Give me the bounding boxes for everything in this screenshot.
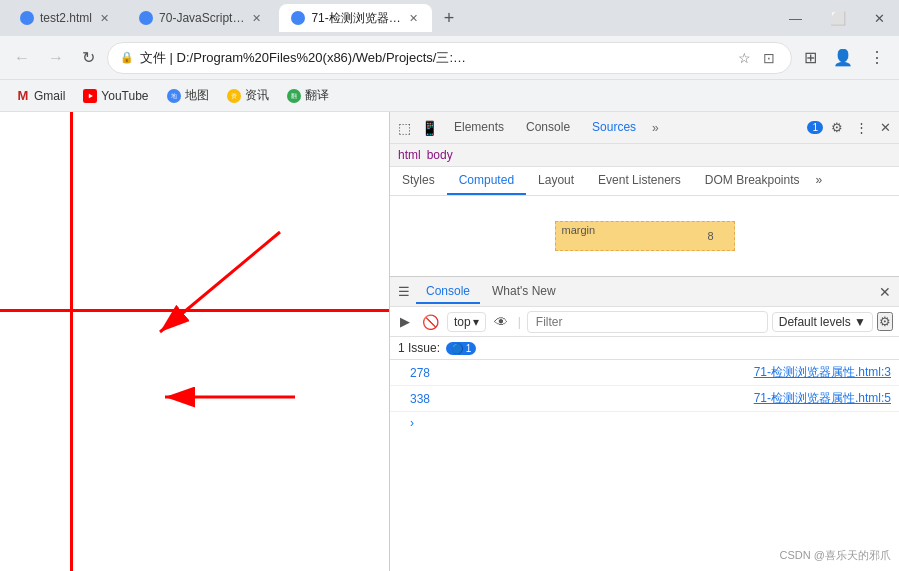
devtools-more-button[interactable]: ⋮ xyxy=(851,116,872,139)
tab-dom-breakpoints[interactable]: DOM Breakpoints xyxy=(693,167,812,195)
tab-close-71[interactable]: ✕ xyxy=(407,10,420,27)
margin-label: margin xyxy=(562,224,596,236)
devtools-inspect-button[interactable]: ⬚ xyxy=(394,118,415,138)
issue-badge: 🔵 1 xyxy=(446,342,476,355)
svg-line-10 xyxy=(160,232,280,332)
red-vertical-line xyxy=(70,112,73,571)
bookmark-gmail[interactable]: M Gmail xyxy=(8,85,73,107)
devtools-right-controls: 1 ⚙ ⋮ ✕ xyxy=(805,116,895,139)
cast-button[interactable]: ⊡ xyxy=(759,48,779,68)
console-execute-button[interactable]: ▶ xyxy=(396,312,414,331)
tab-close-js70[interactable]: ✕ xyxy=(250,10,263,27)
red-arrows-svg xyxy=(0,112,389,571)
bookmarks-bar: M Gmail YouTube 地 地图 资 资讯 翻 翻译 xyxy=(0,80,899,112)
console-row-2: 338 71-检测浏览器属性.html:5 xyxy=(390,386,899,412)
log-levels-selector[interactable]: Default levels ▼ xyxy=(772,312,873,332)
tab-event-listeners[interactable]: Event Listeners xyxy=(586,167,693,195)
tab-elements-label: Elements xyxy=(454,120,504,134)
breadcrumb-body[interactable]: body xyxy=(427,148,453,162)
tab-styles[interactable]: Styles xyxy=(390,167,447,195)
reload-button[interactable]: ↻ xyxy=(76,44,101,71)
toolbar-right: ⊞ 👤 ⋮ xyxy=(798,44,891,71)
tab-71[interactable]: 71-检测浏览器… ✕ xyxy=(279,4,431,32)
devtools-tabs-more[interactable]: » xyxy=(648,115,663,141)
console-sub-panel: ☰ Console What's New ✕ ▶ 🚫 top ▾ 👁 | xyxy=(390,276,899,571)
extensions-button[interactable]: ⊞ xyxy=(798,44,823,71)
console-source-1[interactable]: 71-检测浏览器属性.html:3 xyxy=(754,364,891,381)
watermark: CSDN @喜乐天的邪爪 xyxy=(780,548,891,563)
red-horizontal-line xyxy=(0,309,389,312)
console-expand-row[interactable]: › xyxy=(390,412,899,434)
console-filter-input[interactable] xyxy=(527,311,768,333)
close-button[interactable]: ✕ xyxy=(868,9,891,28)
bookmark-news[interactable]: 资 资讯 xyxy=(219,83,277,108)
bookmark-maps[interactable]: 地 地图 xyxy=(159,83,217,108)
menu-button[interactable]: ⋮ xyxy=(863,44,891,71)
toolbar-separator: | xyxy=(516,315,523,329)
tab-close-test2[interactable]: ✕ xyxy=(98,10,111,27)
eye-button[interactable]: 👁 xyxy=(490,312,512,332)
tab-sources[interactable]: Sources xyxy=(582,114,646,142)
element-breadcrumb: html body xyxy=(390,144,899,167)
tab-layout[interactable]: Layout xyxy=(526,167,586,195)
back-button[interactable]: ← xyxy=(8,45,36,71)
computed-tabs-more[interactable]: » xyxy=(812,167,827,195)
console-close-button[interactable]: ✕ xyxy=(875,280,895,304)
breadcrumb-html[interactable]: html xyxy=(398,148,421,162)
context-selector[interactable]: top ▾ xyxy=(447,312,486,332)
bookmark-translate-label: 翻译 xyxy=(305,87,329,104)
bookmark-star-button[interactable]: ☆ xyxy=(734,48,755,68)
tab-test2[interactable]: test2.html ✕ xyxy=(8,4,123,32)
bookmark-youtube[interactable]: YouTube xyxy=(75,85,156,107)
console-tabs: ☰ Console What's New ✕ xyxy=(390,277,899,307)
bookmark-news-label: 资讯 xyxy=(245,87,269,104)
main-area: ⬚ 📱 Elements Console Sources » 1 ⚙ ⋮ ✕ h… xyxy=(0,112,899,571)
url-bar[interactable]: 🔒 文件 | D:/Program%20Files%20(x86)/Web/Pr… xyxy=(107,42,792,74)
console-tab-label: Console xyxy=(426,284,470,298)
console-tab-whatsnew[interactable]: What's New xyxy=(482,280,566,304)
tab-title-js70: 70-JavaScript… xyxy=(159,11,244,25)
console-row-1: 278 71-检测浏览器属性.html:3 xyxy=(390,360,899,386)
console-sidebar-toggle[interactable]: ☰ xyxy=(394,282,414,301)
tab-elements[interactable]: Elements xyxy=(444,114,514,142)
expand-icon: › xyxy=(410,416,414,430)
issue-bar: 1 Issue: 🔵 1 xyxy=(390,337,899,360)
issue-text: 1 Issue: xyxy=(398,341,440,355)
console-output: 278 71-检测浏览器属性.html:3 338 71-检测浏览器属性.htm… xyxy=(390,360,899,571)
maximize-button[interactable]: ⬜ xyxy=(824,9,852,28)
tab-styles-label: Styles xyxy=(402,173,435,187)
tab-icon-js70 xyxy=(139,11,153,25)
console-toolbar: ▶ 🚫 top ▾ 👁 | Default levels ▼ ⚙ xyxy=(390,307,899,337)
console-source-2[interactable]: 71-检测浏览器属性.html:5 xyxy=(754,390,891,407)
tab-computed[interactable]: Computed xyxy=(447,167,526,195)
devtools-device-button[interactable]: 📱 xyxy=(417,118,442,138)
forward-button[interactable]: → xyxy=(42,45,70,71)
account-button[interactable]: 👤 xyxy=(827,44,859,71)
tab-icon-test2 xyxy=(20,11,34,25)
gmail-icon: M xyxy=(16,89,30,103)
devtools-close-button[interactable]: ✕ xyxy=(876,116,895,139)
title-bar: test2.html ✕ 70-JavaScript… ✕ 71-检测浏览器… … xyxy=(0,0,899,36)
box-model-margin: margin 8 xyxy=(555,221,735,251)
devtools-main-tabs: ⬚ 📱 Elements Console Sources » 1 ⚙ ⋮ ✕ xyxy=(390,112,899,144)
bookmark-youtube-label: YouTube xyxy=(101,89,148,103)
tab-sources-label: Sources xyxy=(592,120,636,134)
devtools-panel: ⬚ 📱 Elements Console Sources » 1 ⚙ ⋮ ✕ h… xyxy=(389,112,899,571)
devtools-settings-button[interactable]: ⚙ xyxy=(827,116,847,139)
tab-dom-breakpoints-label: DOM Breakpoints xyxy=(705,173,800,187)
tab-console[interactable]: Console xyxy=(516,114,580,142)
minimize-button[interactable]: — xyxy=(783,9,808,28)
tab-event-listeners-label: Event Listeners xyxy=(598,173,681,187)
youtube-icon xyxy=(83,89,97,103)
console-ban-button[interactable]: 🚫 xyxy=(418,312,443,332)
tab-computed-label: Computed xyxy=(459,173,514,187)
console-value-1: 278 xyxy=(410,366,430,380)
console-settings-button[interactable]: ⚙ xyxy=(877,312,893,331)
bookmark-translate[interactable]: 翻 翻译 xyxy=(279,83,337,108)
new-tab-button[interactable]: + xyxy=(436,4,463,33)
bookmark-gmail-label: Gmail xyxy=(34,89,65,103)
tab-js70[interactable]: 70-JavaScript… ✕ xyxy=(127,4,275,32)
tab-title-71: 71-检测浏览器… xyxy=(311,10,400,27)
webpage xyxy=(0,112,389,571)
console-tab-console[interactable]: Console xyxy=(416,280,480,304)
